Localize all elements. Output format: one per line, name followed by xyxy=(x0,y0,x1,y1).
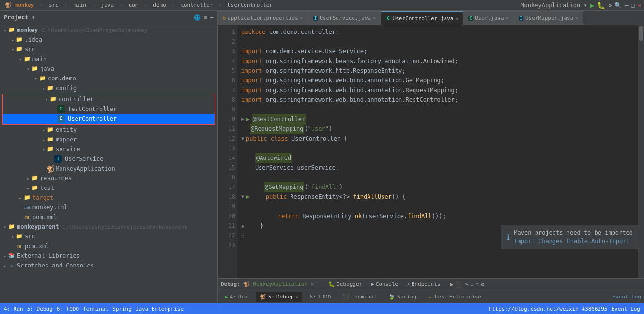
tree-item-monkeyparent[interactable]: ▾ 📁 monkeyparent C:\Users\sony\IdeaProje… xyxy=(0,222,217,232)
maximize-icon[interactable]: □ xyxy=(631,2,635,9)
status-item-todo: 6: TODO xyxy=(57,306,79,312)
event-log-link[interactable]: Event Log xyxy=(612,294,641,300)
tree-item-userservice[interactable]: ▸ I UserService xyxy=(0,154,217,164)
tree-item-monkeyapp[interactable]: ▸ 🐒 MonkeyApplication xyxy=(0,164,217,173)
fold-icon-10[interactable]: ▶ xyxy=(241,114,244,124)
tab-usermapper[interactable]: I UserMapper.java ✕ xyxy=(514,11,584,25)
sidebar-settings-icon[interactable]: ⚙ xyxy=(204,14,207,21)
event-log-status[interactable]: Event Log xyxy=(611,306,640,312)
tree-item-config[interactable]: ▸ 📁 config xyxy=(0,83,217,93)
tree-item-usercontroller[interactable]: ▸ C UserController xyxy=(3,114,215,124)
tree-item-comdemo[interactable]: ▾ 📁 com.demo xyxy=(0,74,217,83)
bottom-tab-spring[interactable]: 🍃 Spring xyxy=(384,292,420,302)
gutter-run-icon-10[interactable]: ▶ xyxy=(246,114,250,124)
sidebar-minimize-icon[interactable]: — xyxy=(210,14,214,21)
tree-item-src[interactable]: ▾ 📁 src xyxy=(0,45,217,54)
bottom-tab-todo[interactable]: 6: TODO xyxy=(306,292,335,302)
debug-button[interactable]: 🐛 xyxy=(597,1,605,9)
tab-close-user[interactable]: ✕ xyxy=(506,16,509,21)
folder-icon-entity: 📁 xyxy=(46,126,54,134)
tree-item-pomxml[interactable]: ▸ m pom.xml xyxy=(0,212,217,222)
sidebar-icons: 🌐 ⚙ — xyxy=(194,14,214,21)
tab-userservice[interactable]: I UserService.java ✕ xyxy=(308,11,381,25)
tree-item-monkey-root[interactable]: ▾ 📁 monkey C:\Users\sony\IdeaProjects\mo… xyxy=(0,25,217,35)
tree-item-mapper[interactable]: ▸ 📁 mapper xyxy=(0,135,217,144)
debug-close-icon[interactable]: ✕ xyxy=(310,281,314,288)
settings-icon[interactable]: ⚙ xyxy=(608,2,612,9)
bottom-tab-java-enterprise[interactable]: ☕ Java Enterprise xyxy=(424,292,485,302)
sidebar-header: Project ▾ 🌐 ⚙ — xyxy=(0,11,217,24)
tree-item-controller[interactable]: ▾ 📁 controller xyxy=(3,94,215,104)
tree-item-monkeyiml[interactable]: ▸ iml monkey.iml xyxy=(0,203,217,212)
file-icon-mp-pomxml: m xyxy=(15,242,23,250)
minimize-icon[interactable]: — xyxy=(625,2,628,9)
fold-icon-18[interactable]: ▼ xyxy=(241,192,244,202)
tree-item-scratches[interactable]: ▸ ✏ Scratches and Consoles xyxy=(0,261,217,270)
tab-close-usermapper[interactable]: ✕ xyxy=(575,16,578,21)
close-icon[interactable]: ✕ xyxy=(638,2,641,9)
tab-application-properties[interactable]: ⚙ application.properties ✕ xyxy=(218,11,308,25)
sidebar-globe-icon[interactable]: 🌐 xyxy=(194,14,201,21)
tree-item-testcontroller[interactable]: ▸ C TestController xyxy=(3,104,215,114)
debug-ctrl-settings[interactable]: ⚙ xyxy=(481,281,484,288)
bottom-tab-terminal[interactable]: ⬛ Terminal xyxy=(338,292,381,302)
debugger-tab[interactable]: 🐛 Debugger xyxy=(325,281,365,288)
tree-item-test[interactable]: ▸ 📁 test xyxy=(0,183,217,193)
tab-usercontroller[interactable]: C UserController.java ✕ xyxy=(381,11,463,25)
folder-icon-service: 📁 xyxy=(46,145,54,153)
endpoints-tab[interactable]: ⚡ Endpoints xyxy=(404,281,443,288)
endpoints-label: Endpoints xyxy=(412,281,441,287)
search-icon[interactable]: 🔍 xyxy=(614,2,622,9)
debug-ctrl-step-into[interactable]: ↓ xyxy=(470,281,474,288)
tree-item-java[interactable]: ▾ 📁 java xyxy=(0,64,217,74)
tree-item-mp-pomxml[interactable]: ▸ m pom.xml xyxy=(0,241,217,251)
status-item-debug: 5: Debug xyxy=(27,306,53,312)
tree-item-entity[interactable]: ▸ 📁 entity xyxy=(0,125,217,135)
app-name[interactable]: 🐒 monkey xyxy=(3,2,36,8)
label-mp-pomxml: pom.xml xyxy=(25,243,49,250)
code-line-18: ▼ ▶ public ResponseEntity<?> findAllUser… xyxy=(241,192,634,202)
import-changes-link[interactable]: Import Changes xyxy=(514,238,563,245)
enable-auto-import-link[interactable]: Enable Auto-Import xyxy=(567,238,630,245)
arrow-monkey: ▾ xyxy=(2,28,8,33)
arrow-main: ▾ xyxy=(17,57,23,62)
debug-ctrl-stop[interactable]: ⬛ xyxy=(456,281,463,288)
terminal-label: Terminal xyxy=(351,294,377,300)
run-button[interactable]: ▶ xyxy=(590,1,594,9)
breadcrumb-usercontroller[interactable]: UserController xyxy=(226,2,275,8)
tree-item-mp-src[interactable]: ▸ 📁 src xyxy=(0,232,217,241)
tab-label-usermapper: UserMapper.java xyxy=(525,15,573,21)
label-test: test xyxy=(40,185,54,191)
breadcrumb-java[interactable]: java xyxy=(99,2,116,8)
breadcrumb-main[interactable]: main xyxy=(71,2,88,8)
folder-icon-src: 📁 xyxy=(15,46,23,53)
debug-ctrl-resume[interactable]: ▶ xyxy=(450,281,453,288)
tree-item-extlibs[interactable]: ▸ 📚 External Libraries xyxy=(0,251,217,261)
gutter-run-icon-18[interactable]: ▶ xyxy=(246,192,250,202)
debug-ctrl-step[interactable]: ↷ xyxy=(465,281,468,288)
bottom-tab-run[interactable]: ▶ 4: Run xyxy=(221,292,252,302)
breadcrumb-com[interactable]: com xyxy=(127,2,140,8)
fold-icon-12[interactable]: ▼ xyxy=(241,134,244,143)
tab-close-userservice[interactable]: ✕ xyxy=(373,16,376,21)
breadcrumb-src[interactable]: src xyxy=(47,2,61,8)
bottom-tab-debug[interactable]: 🐒 5: Debug ✕ xyxy=(256,292,302,302)
breadcrumb-demo[interactable]: demo xyxy=(151,2,168,8)
tab-user[interactable]: C User.java ✕ xyxy=(463,11,514,25)
fold-icon-21[interactable]: ▲ xyxy=(241,221,244,231)
debug-ctrl-step-out[interactable]: ↑ xyxy=(475,281,479,288)
arrow-scratches: ▸ xyxy=(2,263,8,268)
tree-item-service[interactable]: ▾ 📁 service xyxy=(0,144,217,154)
debug-close[interactable]: ✕ xyxy=(295,295,298,299)
tree-item-main[interactable]: ▾ 📁 main xyxy=(0,54,217,64)
code-line-6: import org.springframework.web.bind.anno… xyxy=(241,76,634,85)
breadcrumb-controller[interactable]: controller xyxy=(179,2,215,8)
tree-item-idea[interactable]: ▸ 📁 .idea xyxy=(0,35,217,45)
label-mapper: mapper xyxy=(56,136,77,143)
tree-item-resources[interactable]: ▸ 📁 resources xyxy=(0,173,217,183)
tree-item-target[interactable]: ▸ 📁 target xyxy=(0,193,217,203)
file-icon-pomxml: m xyxy=(23,213,31,221)
console-tab[interactable]: ▶ Console xyxy=(368,281,401,288)
tab-close-usercontroller[interactable]: ✕ xyxy=(455,16,458,21)
tab-close-appprops[interactable]: ✕ xyxy=(300,16,303,21)
